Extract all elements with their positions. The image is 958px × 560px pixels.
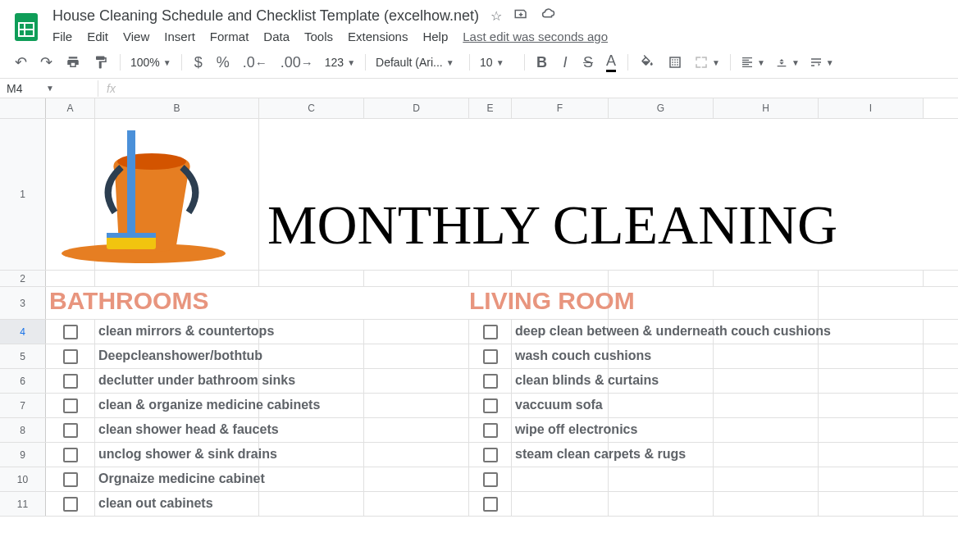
col-header-F[interactable]: F <box>512 98 609 118</box>
text-color-button[interactable]: A <box>601 52 621 73</box>
italic-button[interactable]: I <box>555 52 575 73</box>
row-6: 6 <box>0 369 958 394</box>
checkbox-bath-2[interactable] <box>63 374 78 389</box>
halign-dropdown[interactable]: ▼ <box>737 54 769 71</box>
row-header-6[interactable]: 6 <box>0 369 46 393</box>
print-button[interactable] <box>61 52 85 73</box>
menu-file[interactable]: File <box>52 30 72 43</box>
checkbox-living-1[interactable] <box>483 349 498 364</box>
row-header-9[interactable]: 9 <box>0 443 46 467</box>
col-header-D[interactable]: D <box>364 98 469 118</box>
menu-help[interactable]: Help <box>422 30 448 43</box>
checkbox-living-7[interactable] <box>483 497 498 512</box>
row-11: 11 <box>0 492 958 517</box>
col-header-H[interactable]: H <box>714 98 819 118</box>
checkbox-living-6[interactable] <box>483 472 498 487</box>
row-5: 5 <box>0 344 958 369</box>
row-8: 8 <box>0 418 958 443</box>
row-2: 2 <box>0 271 958 287</box>
strikethrough-button[interactable]: S <box>578 52 598 73</box>
checkbox-bath-5[interactable] <box>63 448 78 462</box>
checkbox-bath-1[interactable] <box>63 349 78 364</box>
app-header: House Cleaning Schedule and Checklist Te… <box>0 0 958 47</box>
cloud-icon[interactable] <box>540 7 556 25</box>
menu-edit[interactable]: Edit <box>87 30 108 43</box>
row-header-5[interactable]: 5 <box>0 344 46 368</box>
checkbox-bath-3[interactable] <box>63 398 78 413</box>
col-header-A[interactable]: A <box>46 98 95 118</box>
undo-button[interactable]: ↶ <box>10 52 32 73</box>
cell-reference[interactable]: M4 <box>0 80 46 97</box>
row-header-11[interactable]: 11 <box>0 492 46 516</box>
paint-format-button[interactable] <box>89 52 113 73</box>
sheets-logo[interactable] <box>10 10 43 43</box>
document-title[interactable]: House Cleaning Schedule and Checklist Te… <box>52 7 479 25</box>
decrease-decimal-button[interactable]: .0← <box>238 52 272 73</box>
checkbox-living-3[interactable] <box>483 398 498 413</box>
increase-decimal-button[interactable]: .00→ <box>276 52 318 73</box>
menu-extensions[interactable]: Extensions <box>348 30 408 43</box>
checkbox-bath-4[interactable] <box>63 423 78 438</box>
row-header-8[interactable]: 8 <box>0 418 46 442</box>
row-header-1[interactable]: 1 <box>0 119 46 270</box>
row-4: 4 <box>0 320 958 344</box>
menu-view[interactable]: View <box>123 30 149 43</box>
checkbox-bath-0[interactable] <box>63 325 78 339</box>
formula-input[interactable] <box>124 80 958 97</box>
checkbox-bath-6[interactable] <box>63 472 78 487</box>
col-header-I[interactable]: I <box>819 98 924 118</box>
percent-button[interactable]: % <box>212 52 235 73</box>
menu-bar: File Edit View Insert Format Data Tools … <box>52 25 948 47</box>
menu-tools[interactable]: Tools <box>304 30 333 43</box>
row-header-7[interactable]: 7 <box>0 394 46 417</box>
col-header-C[interactable]: C <box>259 98 364 118</box>
row-header-3[interactable]: 3 <box>0 287 46 319</box>
currency-button[interactable]: $ <box>189 52 208 73</box>
zoom-dropdown[interactable]: 100%▼ <box>127 54 175 71</box>
fontsize-dropdown[interactable]: 10▼ <box>477 54 518 71</box>
checkbox-living-0[interactable] <box>483 325 498 339</box>
row-header-10[interactable]: 10 <box>0 467 46 491</box>
borders-button[interactable] <box>663 52 687 73</box>
wrap-dropdown[interactable]: ▼ <box>806 54 837 71</box>
fx-label: fx <box>98 82 124 95</box>
row-header-4[interactable]: 4 <box>0 320 46 344</box>
row-header-2[interactable]: 2 <box>0 271 46 286</box>
valign-dropdown[interactable]: ▼ <box>772 54 803 71</box>
move-icon[interactable] <box>513 7 528 25</box>
row-3: 3 <box>0 287 958 320</box>
row-9: 9 <box>0 443 958 467</box>
checkbox-living-2[interactable] <box>483 374 498 389</box>
col-header-B[interactable]: B <box>95 98 259 118</box>
checkbox-living-4[interactable] <box>483 423 498 438</box>
last-edit-link[interactable]: Last edit was seconds ago <box>463 30 608 43</box>
font-dropdown[interactable]: Default (Ari...▼ <box>372 54 463 71</box>
row-1: 1 <box>0 119 958 271</box>
row-10: 10 <box>0 467 958 492</box>
bold-button[interactable]: B <box>531 52 552 73</box>
checkbox-living-5[interactable] <box>483 448 498 462</box>
menu-insert[interactable]: Insert <box>164 30 195 43</box>
select-all-corner[interactable] <box>0 98 46 118</box>
spreadsheet-grid: A B C D E F G H I 1 2 3 4567891011 <box>0 98 958 517</box>
fill-color-button[interactable] <box>635 52 659 73</box>
format-dropdown[interactable]: 123▼ <box>322 54 358 71</box>
merge-dropdown[interactable]: ▼ <box>691 53 723 71</box>
menu-data[interactable]: Data <box>263 30 290 43</box>
formula-bar: M4 ▼ fx <box>0 79 958 98</box>
cell-ref-dropdown-icon[interactable]: ▼ <box>46 84 59 93</box>
col-header-G[interactable]: G <box>609 98 714 118</box>
star-icon[interactable]: ☆ <box>490 8 502 24</box>
checkbox-bath-7[interactable] <box>63 497 78 512</box>
menu-format[interactable]: Format <box>210 30 249 43</box>
col-header-E[interactable]: E <box>469 98 512 118</box>
toolbar: ↶ ↷ 100%▼ $ % .0← .00→ 123▼ Default (Ari… <box>0 47 958 79</box>
redo-button[interactable]: ↷ <box>35 52 57 73</box>
row-7: 7 <box>0 394 958 418</box>
